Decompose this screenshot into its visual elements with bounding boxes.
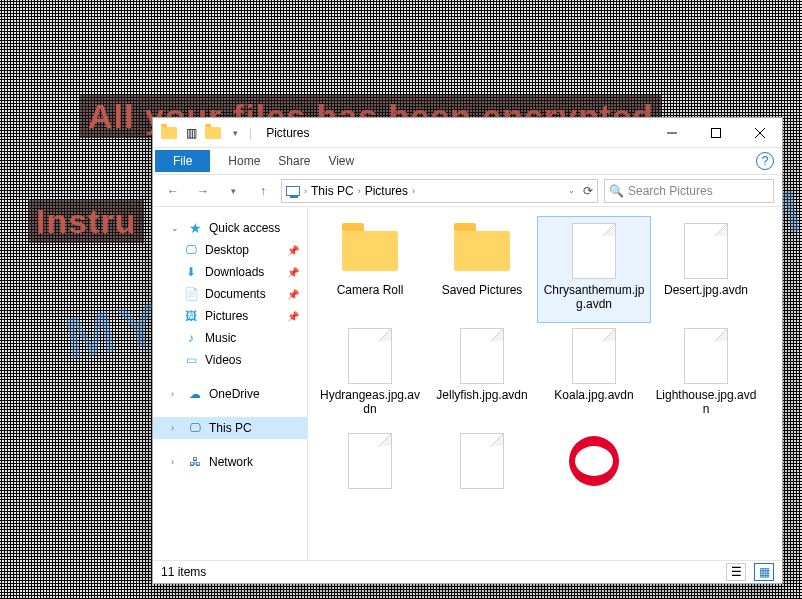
nav-recent-button[interactable]: ▾ (221, 179, 245, 203)
file-icon (572, 223, 616, 279)
nav-quick-access-label: Quick access (209, 221, 280, 235)
nav-back-button[interactable]: ← (161, 179, 185, 203)
star-icon: ★ (187, 220, 203, 236)
pics-icon: 🖼 (183, 308, 199, 324)
address-dropdown-icon[interactable]: ⌄ (568, 186, 575, 195)
music-icon: ♪ (183, 330, 199, 346)
opera-icon (569, 436, 619, 486)
file-item[interactable]: Hydrangeas.jpg.avdn (314, 322, 426, 427)
qat-newfolder-icon[interactable] (205, 125, 221, 141)
svg-rect-1 (712, 128, 721, 137)
item-label: Koala.jpg.avdn (554, 388, 633, 402)
file-icon (348, 433, 392, 489)
view-largeicons-button[interactable]: ▦ (754, 563, 774, 581)
nav-onedrive[interactable]: › ☁ OneDrive (153, 383, 307, 405)
nav-forward-button[interactable]: → (191, 179, 215, 203)
nav-tree[interactable]: ⌄ ★ Quick access 🖵Desktop📌⬇Downloads📌📄Do… (153, 207, 308, 560)
monitor-icon: 🖵 (187, 420, 203, 436)
pin-icon: 📌 (287, 289, 299, 300)
titlebar[interactable]: ▥ ▾ | Pictures (153, 118, 782, 148)
file-icon (460, 328, 504, 384)
chevron-right-icon: › (171, 423, 181, 433)
pin-icon: 📌 (287, 267, 299, 278)
nav-quick-docs[interactable]: 📄Documents📌 (153, 283, 307, 305)
cloud-icon: ☁ (187, 386, 203, 402)
file-icon (684, 223, 728, 279)
video-icon: ▭ (183, 352, 199, 368)
nav-quick-label: Desktop (205, 243, 249, 257)
pin-icon: 📌 (287, 245, 299, 256)
maximize-button[interactable] (694, 118, 738, 148)
content-area[interactable]: Camera RollSaved PicturesChrysanthemum.j… (308, 207, 782, 560)
file-icon (348, 328, 392, 384)
nav-thispc[interactable]: › 🖵 This PC (153, 417, 307, 439)
chevron-right-icon: › (171, 389, 181, 399)
breadcrumb-pictures[interactable]: Pictures (365, 184, 408, 198)
item-grid: Camera RollSaved PicturesChrysanthemum.j… (308, 207, 782, 503)
search-placeholder: Search Pictures (628, 184, 713, 198)
file-item[interactable]: Chrysanthemum.jpg.avdn (538, 217, 650, 322)
view-details-button[interactable]: ☰ (726, 563, 746, 581)
ribbon-file-tab[interactable]: File (155, 150, 210, 172)
nav-up-button[interactable]: ↑ (251, 179, 275, 203)
chevron-right-icon: › (171, 457, 181, 467)
close-button[interactable] (738, 118, 782, 148)
qat-properties-icon[interactable]: ▥ (183, 125, 199, 141)
window-title: Pictures (266, 126, 309, 140)
item-label: Camera Roll (337, 283, 404, 297)
nav-quick-label: Pictures (205, 309, 248, 323)
qat-customize-icon[interactable]: ▾ (227, 125, 243, 141)
item-label: Desert.jpg.avdn (664, 283, 748, 297)
address-row: ← → ▾ ↑ › This PC › Pictures › ⌄ ⟳ 🔍 Sea… (153, 175, 782, 207)
folder-icon (454, 231, 510, 271)
pc-icon (286, 186, 300, 196)
breadcrumb-thispc[interactable]: This PC (311, 184, 354, 198)
file-icon (572, 328, 616, 384)
nav-quick-music[interactable]: ♪Music (153, 327, 307, 349)
file-item[interactable]: Koala.jpg.avdn (538, 322, 650, 427)
address-bar[interactable]: › This PC › Pictures › ⌄ ⟳ (281, 179, 598, 203)
network-icon: 🖧 (187, 454, 203, 470)
nav-onedrive-label: OneDrive (209, 387, 260, 401)
nav-quick-label: Videos (205, 353, 241, 367)
file-item[interactable]: Lighthouse.jpg.avdn (650, 322, 762, 427)
nav-quick-access[interactable]: ⌄ ★ Quick access (153, 217, 307, 239)
ribbon-tab-view[interactable]: View (328, 154, 354, 168)
file-icon (684, 328, 728, 384)
file-item[interactable] (538, 427, 650, 503)
nav-quick-video[interactable]: ▭Videos (153, 349, 307, 371)
nav-quick-label: Documents (205, 287, 266, 301)
file-item[interactable]: Jellyfish.jpg.avdn (426, 322, 538, 427)
folder-item[interactable]: Camera Roll (314, 217, 426, 322)
ribbon-tab-share[interactable]: Share (278, 154, 310, 168)
nav-quick-dl[interactable]: ⬇Downloads📌 (153, 261, 307, 283)
folder-item[interactable]: Saved Pictures (426, 217, 538, 322)
nav-quick-label: Downloads (205, 265, 264, 279)
status-bar: 11 items ☰ ▦ (153, 560, 782, 583)
nav-quick-desktop[interactable]: 🖵Desktop📌 (153, 239, 307, 261)
nav-thispc-label: This PC (209, 421, 252, 435)
pin-icon: 📌 (287, 311, 299, 322)
nav-network[interactable]: › 🖧 Network (153, 451, 307, 473)
docs-icon: 📄 (183, 286, 199, 302)
refresh-button[interactable]: ⟳ (583, 184, 593, 198)
ribbon-help-button[interactable]: ? (756, 152, 774, 170)
item-label: Saved Pictures (442, 283, 523, 297)
item-label: Jellyfish.jpg.avdn (436, 388, 527, 402)
ribbon-tab-home[interactable]: Home (228, 154, 260, 168)
minimize-button[interactable] (650, 118, 694, 148)
nav-quick-pics[interactable]: 🖼Pictures📌 (153, 305, 307, 327)
item-label: Lighthouse.jpg.avdn (654, 388, 758, 417)
explorer-window: ▥ ▾ | Pictures File Home Share View ? ← … (152, 117, 783, 584)
folder-icon (161, 125, 177, 141)
file-item[interactable] (426, 427, 538, 503)
file-item[interactable] (314, 427, 426, 503)
status-item-count: 11 items (161, 565, 206, 579)
dl-icon: ⬇ (183, 264, 199, 280)
item-label: Hydrangeas.jpg.avdn (318, 388, 422, 417)
file-icon (460, 433, 504, 489)
item-label: Chrysanthemum.jpg.avdn (542, 283, 646, 312)
chevron-down-icon: ⌄ (171, 223, 181, 233)
file-item[interactable]: Desert.jpg.avdn (650, 217, 762, 322)
search-input[interactable]: 🔍 Search Pictures (604, 179, 774, 203)
